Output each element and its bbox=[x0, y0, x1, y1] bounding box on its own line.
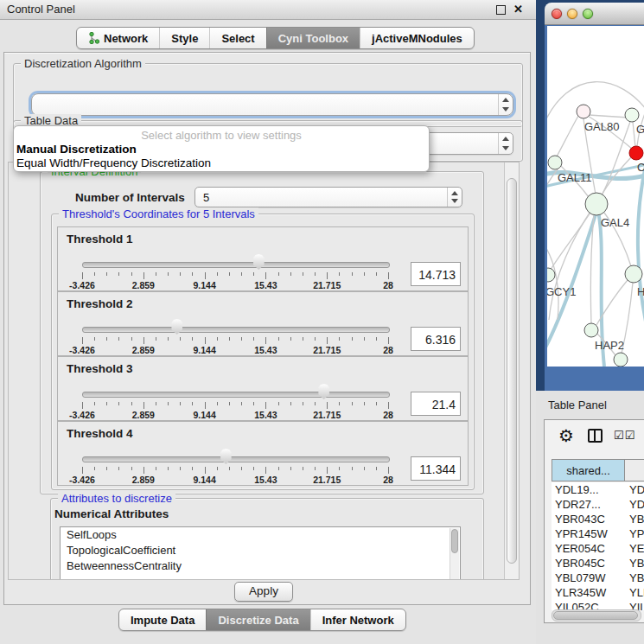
float-window-icon[interactable] bbox=[496, 5, 506, 15]
network-node[interactable] bbox=[625, 108, 639, 122]
table-cell: YLR345W bbox=[552, 585, 624, 600]
tick-label: 9.144 bbox=[193, 280, 215, 290]
tab-discretize-data[interactable]: Discretize Data bbox=[206, 609, 309, 630]
network-edge bbox=[549, 213, 590, 320]
top-tabbar: Network Style Select Cyni Toolbox jActiv… bbox=[76, 27, 475, 49]
tab-infer-network[interactable]: Infer Network bbox=[310, 609, 405, 630]
network-node[interactable] bbox=[585, 193, 608, 215]
tab-jactivemnodules[interactable]: jActiveMNodules bbox=[360, 28, 474, 48]
slider-tick-labels: -3.4262.8599.14415.4321.71528 bbox=[82, 345, 388, 354]
right-region: GAL80GCGAL11GAL4GCY1HHAP2 Table Panel ⚙ … bbox=[536, 0, 644, 644]
table-cell: YBL079W bbox=[552, 571, 624, 585]
control-panel: Control Panel ✕ Network Style Select Cyn… bbox=[0, 0, 536, 644]
network-node-label: C bbox=[637, 161, 644, 174]
tick-label: -3.426 bbox=[69, 280, 95, 290]
tick-label: 21.715 bbox=[313, 410, 341, 420]
table-row[interactable]: YDR27...YDR2 bbox=[552, 497, 644, 512]
columns-icon[interactable] bbox=[588, 429, 603, 443]
tab-style[interactable]: Style bbox=[159, 28, 209, 48]
network-node[interactable] bbox=[614, 353, 628, 367]
table-cell: YPR145W bbox=[552, 526, 624, 541]
threshold-2-slider-track[interactable] bbox=[82, 327, 390, 333]
attributes-group-label: Attributes to discretize bbox=[58, 492, 175, 505]
threshold-2-value-field[interactable]: 6.316 bbox=[411, 327, 461, 351]
table-cell: YER054C bbox=[552, 541, 624, 556]
network-window-titlebar[interactable] bbox=[545, 3, 644, 25]
apply-button[interactable]: Apply bbox=[234, 582, 293, 602]
dropdown-option-manual[interactable]: Manual Discretization bbox=[14, 143, 429, 156]
threshold-3-slider-track[interactable] bbox=[82, 392, 390, 398]
tick-label: 28 bbox=[383, 475, 393, 485]
table-panel-section: Table Panel ⚙ ☑☑ shared... na YDL19...YD… bbox=[536, 391, 644, 644]
network-node[interactable] bbox=[629, 146, 643, 160]
combo-arrows-icon bbox=[498, 94, 513, 115]
tab-select[interactable]: Select bbox=[209, 28, 265, 48]
network-node[interactable] bbox=[548, 156, 562, 169]
algorithm-dropdown-popup: Select algorithm to view settings Manual… bbox=[13, 125, 430, 172]
column-header-shared-name[interactable]: shared... bbox=[552, 460, 625, 481]
table-row[interactable]: YBL079WYBL0 bbox=[552, 571, 644, 585]
tab-network[interactable]: Network bbox=[77, 28, 159, 48]
slider-ticks bbox=[82, 272, 388, 280]
network-icon bbox=[88, 32, 99, 44]
table-horizontal-scrollbar[interactable] bbox=[552, 609, 641, 622]
close-icon[interactable]: ✕ bbox=[513, 3, 523, 16]
table-cell: YDL1 bbox=[624, 482, 644, 497]
table-row[interactable]: YBR043CYBR0 bbox=[552, 512, 644, 526]
attribute-item[interactable]: TopologicalCoefficient bbox=[61, 543, 460, 558]
network-node[interactable] bbox=[577, 105, 590, 118]
threshold-3-value-field[interactable]: 21.4 bbox=[411, 392, 461, 416]
gear-icon[interactable]: ⚙ bbox=[558, 425, 574, 446]
attribute-item[interactable]: SelfLoops bbox=[61, 527, 460, 543]
algorithm-combobox[interactable] bbox=[31, 93, 513, 116]
network-node-label: G bbox=[636, 123, 644, 136]
threshold-3-panel: Threshold 3 -3.4262.8599.14415.4321.7152… bbox=[57, 356, 469, 421]
combo-arrows-icon bbox=[498, 133, 513, 154]
threshold-4-slider-track[interactable] bbox=[82, 456, 390, 462]
discretization-algorithm-group: Discretization Algorithm bbox=[13, 63, 523, 127]
discretization-algorithm-label: Discretization Algorithm bbox=[21, 57, 145, 70]
table-row[interactable]: YLR345WYLR3 bbox=[552, 585, 644, 600]
table-row[interactable]: YBR045CYBR0 bbox=[552, 556, 644, 571]
dropdown-placeholder: Select algorithm to view settings bbox=[14, 128, 429, 143]
select-columns-icon[interactable]: ☑☑ bbox=[614, 429, 635, 442]
tick-label: 9.144 bbox=[193, 345, 215, 355]
network-node-label: GAL4 bbox=[601, 216, 629, 229]
network-node[interactable] bbox=[584, 323, 598, 337]
tab-cyni-toolbox[interactable]: Cyni Toolbox bbox=[266, 28, 360, 48]
tick-label: -3.426 bbox=[69, 410, 95, 420]
threshold-1-slider-track[interactable] bbox=[82, 262, 390, 268]
threshold-4-value-field[interactable]: 11.344 bbox=[411, 456, 461, 481]
column-header-name[interactable]: na bbox=[625, 460, 644, 481]
table-cell: YBL0 bbox=[624, 571, 644, 585]
attributes-list-scrollbar[interactable] bbox=[450, 528, 459, 579]
scrollbar-thumb[interactable] bbox=[553, 611, 638, 620]
tick-label: 21.715 bbox=[313, 475, 341, 485]
table-row[interactable]: YER054CYER0 bbox=[552, 541, 644, 556]
zoom-traffic-light[interactable] bbox=[583, 9, 593, 19]
table-cell: YLR3 bbox=[624, 585, 644, 600]
tick-label: 2.859 bbox=[132, 345, 155, 355]
network-node[interactable] bbox=[547, 268, 555, 282]
tick-label: 2.859 bbox=[132, 475, 155, 485]
attribute-item[interactable]: BetweennessCentrality bbox=[61, 558, 460, 574]
network-canvas[interactable]: GAL80GCGAL11GAL4GCY1HHAP2 bbox=[547, 26, 644, 367]
minimize-traffic-light[interactable] bbox=[567, 9, 577, 19]
network-node-label: GAL80 bbox=[584, 120, 619, 133]
thresholds-group-label: Threshold's Coordinates for 5 Intervals bbox=[59, 207, 258, 220]
threshold-1-value-field[interactable]: 14.713 bbox=[411, 262, 461, 286]
numerical-attributes-list[interactable]: SelfLoopsTopologicalCoefficientBetweenne… bbox=[60, 526, 461, 579]
network-node[interactable] bbox=[625, 265, 642, 283]
close-traffic-light[interactable] bbox=[552, 9, 562, 19]
table-cell: YBR045C bbox=[552, 556, 624, 571]
table-row[interactable]: YDL19...YDL1 bbox=[552, 482, 644, 497]
table-panel-card: ⚙ ☑☑ shared... na YDL19...YDL1YDR27...YD… bbox=[544, 419, 644, 623]
table-row[interactable]: YPR145WYPR1 bbox=[552, 526, 644, 541]
dropdown-option-equal-width[interactable]: Equal Width/Frequency Discretization bbox=[14, 156, 429, 170]
settings-vertical-scrollbar[interactable] bbox=[504, 163, 519, 579]
tab-impute-data[interactable]: Impute Data bbox=[119, 609, 206, 630]
slider-ticks bbox=[82, 402, 388, 410]
number-of-intervals-combobox[interactable]: 5 bbox=[194, 187, 462, 207]
scrollbar-thumb[interactable] bbox=[507, 178, 517, 564]
network-node-label: GCY1 bbox=[547, 285, 576, 298]
